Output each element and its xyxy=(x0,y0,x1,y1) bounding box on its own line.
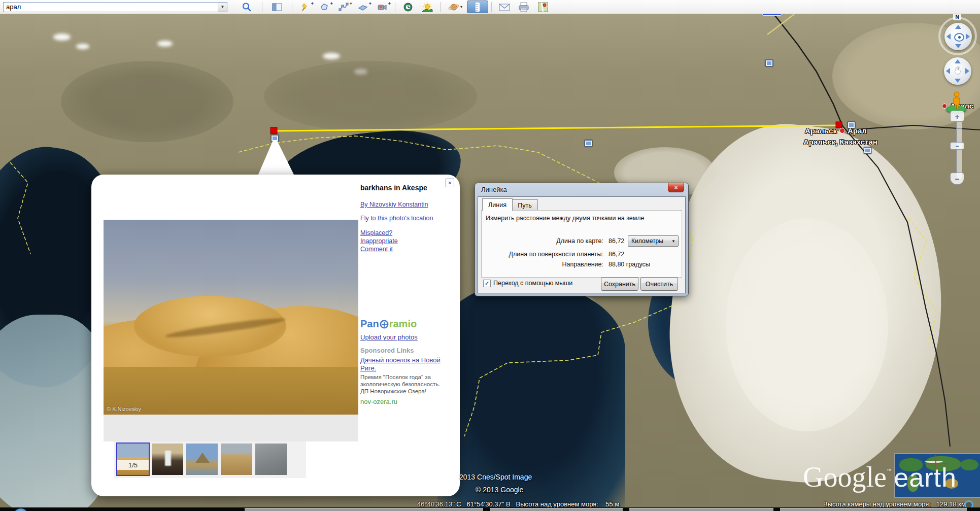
thumb-pyramid-dune xyxy=(195,453,210,463)
status-camera-alt-label: Высота камеры над уровнем моря: xyxy=(823,500,931,508)
clear-button[interactable]: Очистить xyxy=(640,277,678,291)
ruler-dialog-title: Линейка xyxy=(481,186,507,193)
thumb-waterfall xyxy=(165,451,171,466)
record-tour-button[interactable]: + xyxy=(373,1,392,13)
fly-to-link[interactable]: Fly to this photo's location xyxy=(360,215,433,222)
image-overlay-icon xyxy=(358,2,368,12)
planet-selector-button[interactable]: ▾ xyxy=(444,1,467,13)
length-ground-value: 86,72 xyxy=(609,251,624,258)
place-label-aralsk[interactable]: Аральск xyxy=(805,126,837,135)
look-left-arrow-icon[interactable] xyxy=(947,33,951,40)
mouse-nav-label: Переход с помощью мыши xyxy=(493,280,572,287)
planet-saturn-icon xyxy=(448,2,459,12)
taskbar-window-button[interactable] xyxy=(245,508,483,511)
add-image-overlay-button[interactable]: + xyxy=(353,1,373,13)
ruler-button[interactable] xyxy=(467,1,488,13)
google-maps-icon xyxy=(538,2,548,12)
path-icon xyxy=(339,2,349,12)
dropdown-arrow-icon: ▼ xyxy=(671,239,675,244)
logo-earth-text: earth xyxy=(894,463,957,492)
historical-imagery-button[interactable] xyxy=(398,1,418,13)
print-button[interactable] xyxy=(514,1,533,13)
save-button[interactable]: Сохранить xyxy=(601,277,638,291)
sunlight-button[interactable] xyxy=(418,1,437,13)
taskbar-window-button[interactable] xyxy=(629,508,773,511)
move-down-arrow-icon[interactable] xyxy=(955,79,961,83)
heading-value: 88,80 градусы xyxy=(609,261,650,268)
thumbnail-2[interactable] xyxy=(152,444,183,475)
panoramio-photo-icon[interactable] xyxy=(864,147,871,154)
sponsored-ad-url[interactable]: nov-ozera.ru xyxy=(360,398,397,405)
units-dropdown[interactable]: Километры ▼ xyxy=(628,235,679,247)
start-orb-icon[interactable] xyxy=(13,508,28,511)
length-ground-label: Длина по поверхности планеты: xyxy=(486,251,603,258)
misplaced-link[interactable]: Misplaced? xyxy=(360,229,392,236)
zoom-in-button[interactable]: + xyxy=(950,111,964,122)
move-up-arrow-icon[interactable] xyxy=(955,59,961,63)
windows-taskbar[interactable] xyxy=(0,507,980,511)
ruler-dialog-body: Линия Путь Измерить расстояние между дву… xyxy=(478,196,686,293)
main-toolbar: ▼ + + + + + xyxy=(0,0,980,14)
tab-path[interactable]: Путь xyxy=(512,199,538,211)
panoramio-logo[interactable]: Pan ramio xyxy=(360,318,417,330)
comment-link[interactable]: Comment it xyxy=(360,246,393,253)
sponsored-ad-body: Премия "Поселок года" за экологическую б… xyxy=(360,373,449,395)
search-button[interactable] xyxy=(234,1,259,13)
ruler-tab-panel: Измерить расстояние между двумя точками … xyxy=(481,210,682,278)
look-right-arrow-icon[interactable] xyxy=(966,33,970,40)
pushpin-icon xyxy=(300,2,310,12)
thumbnail-1-selected[interactable]: 1/5 xyxy=(116,442,150,476)
inset-continent xyxy=(960,459,978,470)
look-joystick[interactable] xyxy=(944,23,972,50)
panoramio-photo-icon[interactable] xyxy=(585,140,592,147)
taskbar-window-button[interactable] xyxy=(780,508,967,511)
email-button[interactable] xyxy=(495,1,514,13)
status-elevation-label: Высота над уровнем моря: xyxy=(516,500,598,508)
mouse-nav-checkbox[interactable]: ✓ xyxy=(483,280,491,287)
add-placemark-button[interactable]: + xyxy=(295,1,315,13)
place-label-aralsk-full[interactable]: Аральск, Казахстан xyxy=(803,138,877,146)
view-in-maps-button[interactable] xyxy=(533,1,553,13)
panoramio-photo-icon[interactable] xyxy=(765,60,773,66)
historical-clock-icon xyxy=(403,2,413,12)
toolbar-separator xyxy=(262,2,262,12)
sidebar-toggle-button[interactable] xyxy=(265,1,289,13)
ruler-close-button[interactable]: ✕ xyxy=(668,183,684,192)
photo-watermark: © K.Nizovskiy xyxy=(107,406,141,412)
look-up-arrow-icon[interactable] xyxy=(955,25,961,29)
thumbnail-4[interactable] xyxy=(221,444,252,475)
thumbnail-5[interactable] xyxy=(255,444,287,475)
sponsored-ad-title-link[interactable]: Дачный поселок на Новой Риге. xyxy=(360,356,444,372)
move-right-arrow-icon[interactable] xyxy=(965,68,969,74)
zoom-slider-handle[interactable]: − xyxy=(950,142,964,150)
heading-label: Направление: xyxy=(486,261,603,268)
toolbar-separator xyxy=(395,2,395,12)
place-label-group: Аральск Арал xyxy=(805,126,867,135)
city-dot-icon[interactable] xyxy=(839,128,845,133)
tab-line[interactable]: Линия xyxy=(482,198,513,211)
cloud xyxy=(323,53,340,59)
author-link[interactable]: By Nizovskiy Konstantin xyxy=(360,201,428,208)
inappropriate-link[interactable]: Inappropriate xyxy=(360,237,398,245)
move-joystick[interactable] xyxy=(944,57,971,85)
search-combo[interactable]: ▼ xyxy=(3,2,227,12)
add-polygon-button[interactable]: + xyxy=(315,1,334,13)
pegman-icon[interactable] xyxy=(950,91,963,110)
upload-photos-link[interactable]: Upload your photos xyxy=(360,333,418,341)
taskbar-window-button[interactable] xyxy=(490,508,623,511)
eye-icon xyxy=(954,33,964,42)
panoramio-logo-circle-icon xyxy=(380,320,389,329)
add-path-button[interactable]: + xyxy=(334,1,353,13)
terrain-dark-patch xyxy=(61,61,233,142)
sponsored-links-header: Sponsored Links xyxy=(360,347,414,354)
search-history-dropdown-icon[interactable]: ▼ xyxy=(218,3,227,12)
compass-north-label[interactable]: N xyxy=(953,13,961,20)
zoom-out-button[interactable]: − xyxy=(950,173,964,185)
search-input[interactable] xyxy=(3,2,227,12)
thumbnail-3[interactable] xyxy=(186,444,218,475)
place-label-aral[interactable]: Арал xyxy=(848,126,867,135)
look-down-arrow-icon[interactable] xyxy=(955,44,961,48)
photo-title: barkhans in Akespe xyxy=(360,184,454,192)
move-left-arrow-icon[interactable] xyxy=(946,68,950,74)
search-icon xyxy=(242,2,252,12)
